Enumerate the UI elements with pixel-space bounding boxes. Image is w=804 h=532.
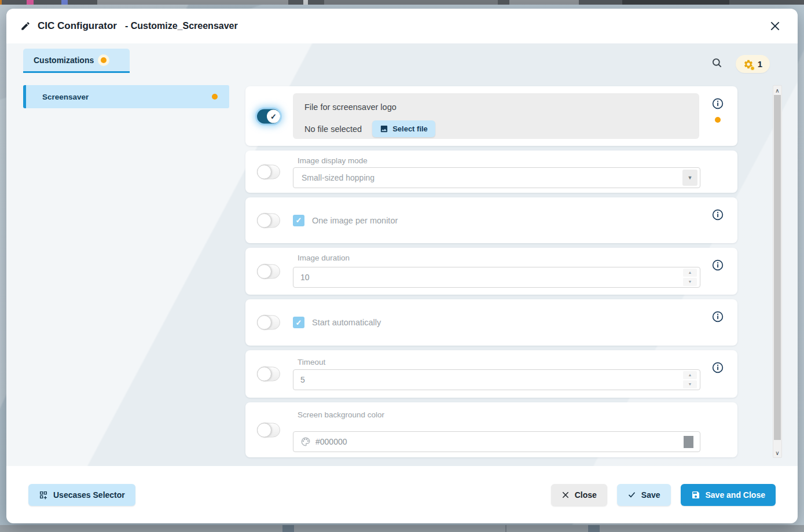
unsaved-changes-dot	[101, 57, 107, 63]
autostart-toggle[interactable]	[257, 315, 280, 330]
tab-label: Customizations	[34, 56, 94, 65]
duration-toggle[interactable]	[257, 264, 280, 278]
file-picker-panel: File for screensaver logo No file select…	[293, 93, 699, 139]
dialog-body: Customizations 1 Screensaver	[6, 43, 798, 466]
toggle-check-icon: ✓	[267, 109, 280, 123]
badge-count: 1	[758, 59, 762, 69]
usecases-selector-label: Usecases Selector	[53, 490, 125, 500]
number-stepper: ▲ ▼	[683, 371, 697, 388]
dialog-header: CIC Configurator - Customize_Screensaver	[6, 9, 798, 43]
chevron-down-icon[interactable]: ▼	[682, 170, 697, 186]
display-mode-select[interactable]: Small-sized hopping ▼	[293, 167, 700, 188]
display-mode-value: Small-sized hopping	[293, 173, 682, 182]
edit-pencil-icon	[20, 21, 31, 31]
save-button[interactable]: Save	[617, 484, 671, 506]
close-x-icon	[561, 491, 570, 499]
bg-color-field	[293, 431, 700, 452]
usecases-selector-button[interactable]: Usecases Selector	[28, 484, 135, 506]
dialog-footer: Usecases Selector Close Save Save and Cl…	[6, 466, 798, 523]
info-icon[interactable]	[712, 98, 724, 109]
duration-label: Image duration	[298, 254, 350, 262]
sidebar-item-label: Screensaver	[42, 93, 89, 101]
info-icon[interactable]	[712, 209, 724, 221]
sidebar-item-screensaver[interactable]: Screensaver	[23, 85, 229, 108]
file-status-text: No file selected	[304, 124, 362, 134]
palette-icon	[300, 436, 311, 447]
save-label: Save	[641, 490, 660, 500]
row-image-duration: Image duration ▲ ▼	[245, 248, 737, 295]
dialog-subtitle: - Customize_Screensaver	[125, 21, 238, 31]
stepper-up-icon[interactable]: ▲	[683, 371, 697, 379]
bg-color-input[interactable]	[311, 437, 684, 446]
stepper-down-icon[interactable]: ▼	[683, 380, 697, 388]
info-icon[interactable]	[712, 362, 724, 373]
autostart-checkbox[interactable]: ✓	[293, 317, 304, 328]
save-and-close-button[interactable]: Save and Close	[681, 484, 776, 506]
settings-rows: ✓ File for screensaver logo No file sele…	[245, 86, 737, 457]
dashboard-customize-icon	[39, 490, 48, 500]
bg-color-toggle[interactable]	[257, 423, 280, 437]
body-toolbar: 1	[711, 55, 770, 73]
customizations-count-badge[interactable]: 1	[736, 55, 770, 73]
save-and-close-label: Save and Close	[706, 490, 766, 500]
search-icon[interactable]	[711, 57, 723, 71]
timeout-input[interactable]	[293, 375, 683, 384]
scroll-down-icon[interactable]: ∨	[773, 448, 781, 457]
image-icon	[380, 124, 388, 133]
file-picker-label: File for screensaver logo	[304, 102, 688, 112]
stepper-down-icon[interactable]: ▼	[683, 278, 697, 286]
duration-field: ▲ ▼	[293, 267, 700, 288]
info-icon[interactable]	[712, 259, 724, 271]
save-floppy-icon	[691, 490, 700, 500]
close-icon[interactable]	[766, 17, 784, 35]
select-file-button[interactable]: Select file	[372, 120, 435, 137]
customization-gear-icon	[743, 59, 754, 69]
file-logo-toggle[interactable]: ✓	[257, 109, 280, 123]
scrollbar-thumb[interactable]	[774, 95, 781, 440]
row-screen-background-color: Screen background color	[245, 402, 737, 457]
duration-input[interactable]	[293, 273, 683, 282]
row-start-automatically: ✓ Start automatically	[245, 299, 737, 346]
timeout-field: ▲ ▼	[293, 369, 700, 390]
number-stepper: ▲ ▼	[683, 269, 697, 286]
unsaved-changes-dot	[212, 94, 218, 100]
close-label: Close	[575, 490, 597, 500]
display-mode-label: Image display mode	[298, 156, 368, 165]
one-image-checkbox[interactable]: ✓	[293, 215, 304, 226]
background-browser-strip	[0, 0, 804, 5]
tab-customizations[interactable]: Customizations	[23, 49, 130, 73]
cic-configurator-dialog: CIC Configurator - Customize_Screensaver…	[6, 9, 798, 523]
one-image-label: One image per monitor	[312, 216, 398, 225]
stepper-up-icon[interactable]: ▲	[683, 269, 697, 277]
background-taskbar-strip	[0, 525, 804, 532]
row-timeout: Timeout ▲ ▼	[245, 350, 737, 398]
bg-color-label: Screen background color	[298, 410, 384, 419]
info-icon[interactable]	[712, 311, 724, 322]
vertical-scrollbar: ∧ ∨	[773, 85, 782, 458]
autostart-label: Start automatically	[312, 318, 381, 327]
row-one-image-per-monitor: ✓ One image per monitor	[245, 197, 737, 243]
timeout-toggle[interactable]	[257, 367, 280, 381]
close-button[interactable]: Close	[551, 484, 607, 506]
scroll-up-icon[interactable]: ∧	[773, 86, 781, 95]
row-image-display-mode: Image display mode Small-sized hopping ▼	[245, 151, 737, 193]
dialog-title: CIC Configurator	[38, 20, 117, 32]
row-file-for-screensaver-logo: ✓ File for screensaver logo No file sele…	[245, 86, 737, 146]
display-mode-toggle[interactable]	[257, 164, 280, 179]
timeout-label: Timeout	[298, 358, 325, 366]
unsaved-changes-dot	[715, 117, 721, 123]
color-swatch[interactable]	[684, 436, 693, 448]
select-file-label: Select file	[392, 124, 428, 133]
check-icon	[627, 490, 636, 499]
one-image-toggle[interactable]	[257, 213, 280, 228]
